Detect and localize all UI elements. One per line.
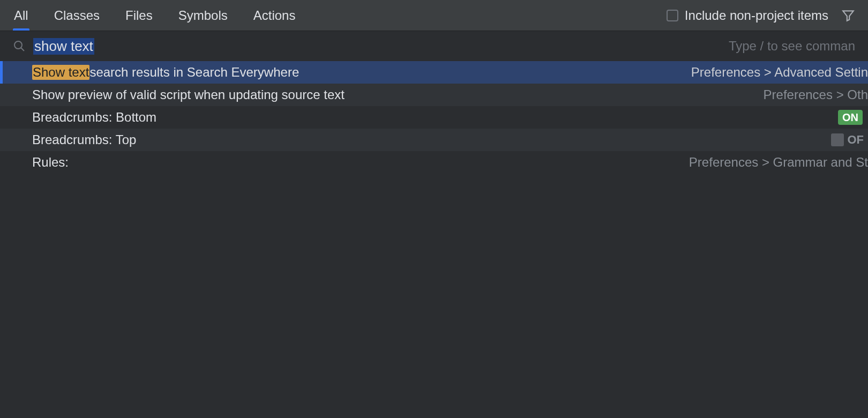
tabs-right: Include non-project items <box>667 8 855 23</box>
result-text-wrap: Breadcrumbs: Bottom <box>32 110 156 125</box>
results-list: Show text search results in Search Every… <box>0 61 868 174</box>
tab-classes[interactable]: Classes <box>53 0 101 31</box>
search-icon <box>13 40 26 53</box>
svg-line-1 <box>21 48 24 51</box>
checkbox-box <box>667 10 678 21</box>
tab-symbols[interactable]: Symbols <box>177 0 229 31</box>
tabs-container: All Classes Files Symbols Actions <box>13 0 296 31</box>
result-highlight: Show text <box>32 65 89 80</box>
toggle-off[interactable]: OF <box>827 132 868 147</box>
result-text: search results in Search Everywhere <box>89 65 299 80</box>
result-text: Rules: <box>32 155 69 170</box>
result-text-wrap: Show text search results in Search Every… <box>32 65 299 80</box>
search-hint: Type / to see comman <box>729 39 855 54</box>
filter-icon[interactable] <box>841 9 855 23</box>
result-row[interactable]: Show text search results in Search Every… <box>0 61 868 84</box>
tab-all[interactable]: All <box>13 0 29 31</box>
search-bar: show text Type / to see comman <box>0 31 868 61</box>
tabs-bar: All Classes Files Symbols Actions Includ… <box>0 0 868 31</box>
result-row[interactable]: Breadcrumbs: Top OF <box>0 129 868 151</box>
result-text-wrap: Show preview of valid script when updati… <box>32 87 345 102</box>
toggle-on[interactable]: ON <box>838 110 863 125</box>
result-text-wrap: Rules: <box>32 155 69 170</box>
toggle-off-text: OF <box>847 133 864 147</box>
toggle-off-box <box>831 133 844 146</box>
tab-actions[interactable]: Actions <box>252 0 297 31</box>
result-path: Preferences > Oth <box>764 87 868 102</box>
result-text-wrap: Breadcrumbs: Top <box>32 132 136 147</box>
result-path: Preferences > Advanced Settin <box>691 65 868 80</box>
include-non-project-label: Include non-project items <box>685 8 828 23</box>
result-path: Preferences > Grammar and St <box>689 155 868 170</box>
include-non-project-checkbox[interactable]: Include non-project items <box>667 8 828 23</box>
result-row[interactable]: Show preview of valid script when updati… <box>0 84 868 106</box>
tab-files[interactable]: Files <box>124 0 154 31</box>
result-text: Breadcrumbs: Bottom <box>32 110 156 125</box>
result-row[interactable]: Rules: Preferences > Grammar and St <box>0 151 868 174</box>
result-row[interactable]: Breadcrumbs: Bottom ON <box>0 106 868 129</box>
result-text: Breadcrumbs: Top <box>32 132 136 147</box>
search-input[interactable]: show text <box>33 38 94 55</box>
svg-point-0 <box>14 41 22 49</box>
result-text: Show preview of valid script when updati… <box>32 87 345 102</box>
